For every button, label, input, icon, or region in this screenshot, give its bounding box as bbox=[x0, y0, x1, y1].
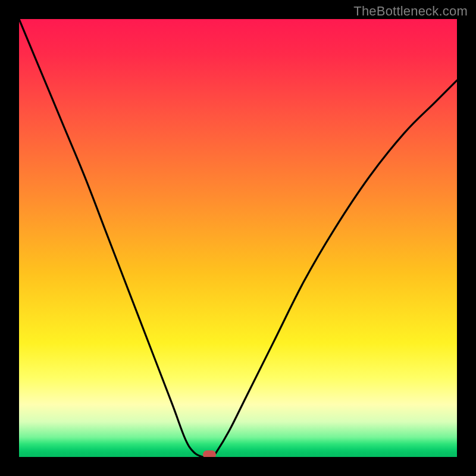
curve-path bbox=[19, 19, 457, 457]
plot-area bbox=[19, 19, 457, 457]
optimum-marker bbox=[203, 450, 216, 457]
watermark-text: TheBottleneck.com bbox=[353, 4, 468, 19]
bottleneck-curve bbox=[19, 19, 457, 457]
chart-frame: TheBottleneck.com bbox=[0, 0, 476, 476]
